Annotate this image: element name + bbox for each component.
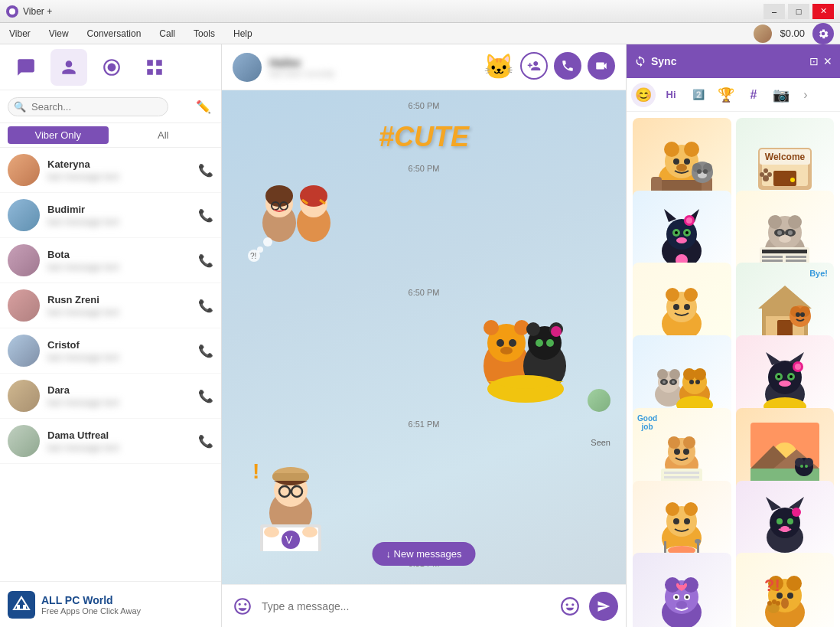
svg-point-53: [302, 527, 317, 537]
contact-info: Dara last message text: [47, 384, 198, 408]
svg-text:?!: ?!: [764, 576, 780, 595]
sticker-button[interactable]: [557, 593, 583, 619]
calls-nav-button[interactable]: [93, 49, 130, 86]
menu-tools[interactable]: Tools: [190, 27, 218, 41]
sticker-cat-photo[interactable]: 📷: [769, 83, 793, 107]
svg-rect-5: [147, 69, 153, 75]
svg-point-54: [562, 598, 578, 615]
contacts-nav-button[interactable]: [50, 49, 87, 86]
menu-call[interactable]: Call: [156, 27, 178, 41]
close-button[interactable]: ✕: [812, 4, 834, 19]
contact-right: 📞: [198, 434, 213, 449]
svg-point-52: [264, 527, 279, 537]
message-seen-status: Seen: [237, 438, 610, 447]
svg-point-94: [686, 217, 692, 224]
list-item[interactable]: Cristof last message text 📞: [0, 328, 221, 374]
viber-icon: 📞: [198, 253, 213, 268]
svg-point-145: [777, 375, 780, 378]
more-nav-button[interactable]: [136, 49, 173, 86]
message-input[interactable]: [262, 600, 551, 612]
svg-point-113: [684, 288, 698, 302]
list-item[interactable]: Rusn Zreni last message text 📞: [0, 283, 221, 328]
svg-point-176: [684, 518, 690, 524]
svg-point-80: [767, 172, 772, 177]
svg-point-134: [683, 368, 695, 380]
panel-close-button[interactable]: ✕: [823, 55, 832, 67]
list-item[interactable]: Bota last message text 📞: [0, 238, 221, 283]
svg-marker-7: [14, 597, 29, 609]
list-item[interactable]: Budimir last message text 📞: [0, 193, 221, 238]
svg-rect-106: [762, 256, 783, 258]
sticker-cat-hash[interactable]: #: [741, 83, 766, 107]
sync-icon: [634, 55, 646, 67]
svg-point-78: [763, 168, 768, 173]
new-messages-button[interactable]: ↓ New messages: [373, 542, 476, 566]
svg-point-187: [787, 518, 793, 524]
message-avatar: [588, 389, 610, 412]
sticker-cell[interactable]: ?! What?!: [736, 553, 835, 627]
video-call-button[interactable]: [588, 52, 615, 80]
svg-point-169: [800, 465, 803, 468]
sticker-cell[interactable]: [633, 553, 731, 627]
svg-point-21: [263, 237, 272, 247]
contact-info: Budimir last message text: [47, 204, 198, 227]
search-input[interactable]: [8, 97, 168, 116]
avatar: [8, 199, 40, 231]
svg-point-102: [788, 230, 793, 235]
filter-viber-only[interactable]: Viber Only: [8, 126, 109, 144]
add-contact-button[interactable]: [520, 52, 548, 80]
settings-button[interactable]: [812, 23, 834, 44]
svg-point-29: [497, 339, 504, 347]
minimize-button[interactable]: –: [763, 4, 785, 19]
chat-contact-status: last seen recently: [269, 69, 476, 78]
viber-icon: 📞: [198, 434, 213, 449]
compose-button[interactable]: ✏️: [194, 96, 213, 116]
hashtag-message: #CUTE: [237, 121, 610, 153]
menu-viber[interactable]: Viber: [6, 27, 34, 41]
svg-point-123: [800, 312, 805, 317]
user-avatar: [754, 24, 772, 43]
svg-point-2: [108, 63, 116, 71]
panel-resize-button[interactable]: ⊡: [809, 55, 819, 67]
menu-conversation[interactable]: Conversation: [84, 27, 145, 41]
contact-right: 📞: [198, 163, 213, 178]
sticker-scroll-right[interactable]: ›: [796, 78, 815, 112]
voice-call-button[interactable]: [554, 52, 581, 80]
list-item[interactable]: Dama Utfreal last message text 📞: [0, 419, 221, 464]
svg-point-0: [9, 8, 15, 15]
viber-icon: 📞: [198, 299, 213, 313]
viber-icon: 📞: [198, 208, 213, 223]
contact-info: Bota last message text: [47, 249, 198, 273]
svg-marker-184: [766, 497, 781, 511]
contact-right: 📞: [198, 208, 213, 223]
emoji-picker-button[interactable]: [230, 593, 256, 619]
svg-point-114: [673, 304, 679, 310]
sticker-cat-2[interactable]: 2️⃣: [686, 83, 711, 107]
svg-point-186: [777, 518, 783, 524]
svg-point-77: [763, 175, 769, 181]
filter-all[interactable]: All: [113, 126, 214, 144]
messages-nav-button[interactable]: [8, 49, 44, 86]
contact-info: Kateryna last message text: [47, 158, 198, 182]
list-item[interactable]: Kateryna last message text 📞: [0, 148, 221, 193]
svg-point-61: [673, 158, 679, 165]
menu-view[interactable]: View: [46, 27, 72, 41]
menu-help[interactable]: Help: [230, 27, 256, 41]
viber-icon: 📞: [198, 163, 213, 178]
svg-point-127: [669, 369, 680, 380]
maximize-button[interactable]: □: [788, 4, 809, 19]
svg-point-131: [672, 380, 675, 384]
svg-point-103: [779, 235, 791, 243]
contact-right: 📞: [198, 344, 213, 358]
send-button[interactable]: [589, 592, 618, 621]
titlebar: Viber + – □ ✕: [0, 0, 840, 23]
sticker-cat-hi[interactable]: Hi: [659, 83, 683, 107]
svg-point-135: [694, 368, 706, 380]
filter-tabs: Viber Only All: [0, 123, 221, 148]
svg-point-59: [664, 142, 679, 157]
sticker-cat-trophy[interactable]: 🏆: [714, 83, 738, 107]
list-item[interactable]: Dara last message text 📞: [0, 374, 221, 419]
message-sticker-left: ?!: [237, 181, 610, 280]
sticker-cat-emoji[interactable]: 😊: [631, 83, 656, 107]
avatar: [8, 289, 40, 322]
